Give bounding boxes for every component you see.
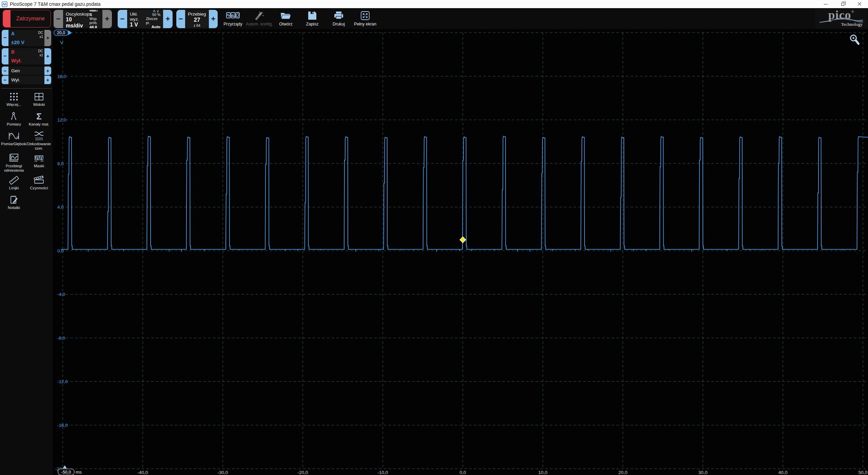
waveform-next-button[interactable]: +	[209, 10, 218, 28]
window-controls	[817, 0, 868, 8]
y-axis-label: 12,0	[57, 117, 66, 122]
actions-icon	[33, 175, 45, 186]
notes-label: Notatki	[8, 206, 20, 210]
sidebar-tool-views[interactable]: Widoki	[26, 91, 52, 109]
sidebar-tool-serial-decode[interactable]: 1101Dekodowanie szer.	[26, 131, 52, 151]
trigger-panel[interactable]: Ukł. wyz. 1 V A 50 % Zbocze pr. Auto	[127, 10, 163, 28]
auto-setup-icon	[254, 10, 265, 21]
close-button[interactable]	[851, 0, 868, 8]
fullscreen-label: Pełny ekran	[354, 22, 376, 26]
x-axis-label: 30,0	[698, 470, 707, 475]
channel-name: A	[11, 31, 15, 39]
open-button[interactable]: Otwórz	[273, 10, 299, 28]
instruments-icon	[226, 10, 240, 21]
title-bar: PicoScope 7 T&M cmax pedal gazu.psdata	[0, 0, 868, 8]
save-button[interactable]: Zapisz	[299, 10, 326, 28]
channel-name: B	[11, 49, 15, 57]
save-icon	[308, 10, 317, 21]
pico-logo-sub: Technology	[841, 22, 863, 27]
sidebar-tool-reference-waveforms[interactable]: Przebiegi odniesienia	[1, 153, 26, 173]
serial-decode-label: Dekodowanie szer.	[26, 142, 52, 151]
stop-indicator	[3, 10, 11, 27]
zoom-tool-icon[interactable]	[849, 34, 861, 46]
open-icon	[280, 10, 292, 21]
trigger-increase-button[interactable]: +	[163, 10, 173, 28]
timebase-title: Oscyloskop	[66, 12, 90, 17]
x-axis-label: -40,0	[138, 470, 148, 475]
views-label: Widoki	[33, 102, 45, 107]
channel-coupling: DCx1	[38, 49, 43, 57]
restore-button[interactable]	[834, 0, 851, 8]
timebase-block: − Oscyloskop 10 ms/div Próbki 4887 S Wsp…	[54, 10, 112, 28]
toolbar-actions: PrzyrządyAutom. konfig.OtwórzZapiszDruku…	[220, 10, 378, 28]
generator-state-label: Wył.	[11, 76, 20, 84]
x-axis-label: 40,0	[778, 470, 787, 475]
trigger-title: Ukł. wyz.	[130, 12, 146, 22]
print-button[interactable]: Drukuj	[326, 10, 352, 28]
waveform-counter-value: 27	[194, 17, 200, 23]
sidebar-tool-notes[interactable]: Notatki	[1, 194, 26, 212]
trigger-decrease-button[interactable]: −	[118, 10, 127, 28]
print-label: Drukuj	[333, 22, 345, 26]
sidebar-tool-more[interactable]: Więcej...	[1, 91, 26, 109]
generator-state-increase-button[interactable]: +	[44, 76, 51, 84]
deep-measure-label: PomiarGłęboki	[1, 142, 26, 146]
channel-controls: −ADCx1±20 V+−BDCx1Wył.+	[0, 30, 53, 64]
channel-b-decrease-button[interactable]: −	[2, 48, 8, 64]
svg-text:1101: 1101	[35, 137, 43, 141]
fullscreen-button[interactable]: Pełny ekran	[352, 10, 378, 28]
channel-b-panel[interactable]: −BDCx1Wył.+	[2, 48, 51, 64]
more-icon	[9, 91, 19, 102]
math-channels-label: Kanały mat.	[29, 122, 50, 127]
sidebar-tool-math-channels[interactable]: ΣKanały mat.	[26, 111, 52, 129]
y-axis-label: -16,0	[57, 423, 68, 428]
sidebar-tool-deep-measure[interactable]: PomiarGłęboki	[1, 131, 26, 151]
timebase-value: 10 ms/div	[66, 17, 90, 28]
minimize-button[interactable]	[817, 0, 834, 8]
sidebar-tool-rulers[interactable]: Linijki	[1, 175, 26, 192]
waveform-counter-panel[interactable]: Przebieg 27 z 64	[185, 10, 209, 28]
channel-a-decrease-button[interactable]: −	[2, 30, 8, 46]
trigger-marker	[460, 237, 466, 243]
stop-start-button[interactable]: Zatrzymane	[3, 10, 51, 27]
channel-a-increase-button[interactable]: +	[44, 30, 51, 46]
reference-waveforms-icon	[8, 153, 19, 164]
channel-b-body: BDCx1Wył.	[8, 48, 44, 64]
generator-decrease-button[interactable]: −	[2, 66, 8, 75]
generator-increase-button[interactable]: +	[44, 66, 51, 75]
more-label: Więcej...	[6, 102, 21, 107]
generator-state-decrease-button[interactable]: −	[2, 76, 8, 84]
waveform-counter-of: z 64	[194, 23, 200, 27]
timebase-decrease-button[interactable]: −	[54, 10, 63, 28]
scope-view: 16,012,08,04,00,0-4,0-8,0-12,0-16,0-20,0…	[53, 29, 868, 475]
scope-graph[interactable]: 16,012,08,04,00,0-4,0-8,0-12,0-16,0-20,0…	[53, 29, 868, 475]
waveform-previous-button[interactable]: −	[176, 10, 185, 28]
toolbar: Zatrzymane − Oscyloskop 10 ms/div Próbki…	[0, 8, 868, 29]
open-label: Otwórz	[279, 22, 293, 26]
instruments-button[interactable]: Przyrządy	[220, 10, 246, 28]
deep-measure-icon	[8, 131, 20, 141]
channel-b-increase-button[interactable]: +	[44, 48, 51, 64]
timebase-increase-button[interactable]: +	[102, 10, 112, 28]
waveform-counter-title: Przebieg	[188, 12, 206, 17]
sidebar-tool-measurements[interactable]: Pomiary	[1, 111, 26, 129]
rulers-icon	[8, 175, 19, 186]
auto-setup-button: Autom. konfig.	[246, 10, 273, 28]
svg-text:Σ: Σ	[36, 111, 42, 121]
trigger-mode: Auto	[152, 25, 160, 28]
sidebar: −ADCx1±20 V+−BDCx1Wył.+ − Gen + − Wył. +…	[0, 29, 53, 475]
generator-row: − Gen +	[2, 66, 51, 75]
instruments-label: Przyrządy	[223, 22, 242, 26]
y-axis-top-badge: 20,0	[57, 31, 65, 35]
x-axis-label: -10,0	[378, 470, 388, 475]
close-icon	[857, 2, 862, 6]
timebase-panel[interactable]: Oscyloskop 10 ms/div Próbki 4887 S Wsp. …	[63, 10, 102, 28]
pico-logo-text: pico®	[828, 10, 854, 20]
channel-a-panel[interactable]: −ADCx1±20 V+	[2, 30, 51, 46]
sidebar-tool-actions[interactable]: Czynności	[26, 175, 52, 192]
main-area: −ADCx1±20 V+−BDCx1Wył.+ − Gen + − Wył. +…	[0, 29, 868, 475]
window-title: PicoScope 7 T&M cmax pedal gazu.psdata	[10, 1, 100, 7]
sidebar-tool-masks[interactable]: Maski	[26, 153, 52, 173]
x-axis-unit: ms	[76, 470, 82, 475]
fullscreen-icon	[360, 10, 370, 21]
